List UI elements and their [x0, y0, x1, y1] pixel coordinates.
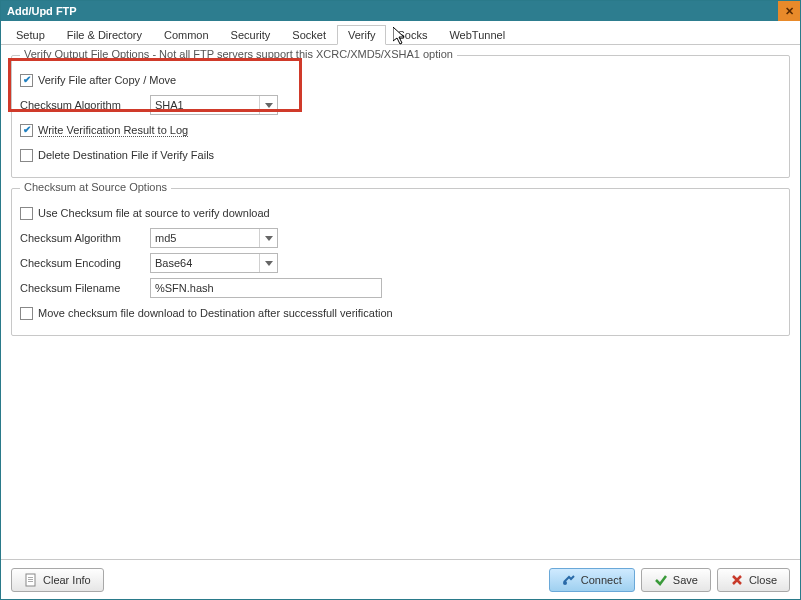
- save-button[interactable]: Save: [641, 568, 711, 592]
- delete-fail-checkbox[interactable]: [20, 149, 33, 162]
- tab-socks[interactable]: Socks: [386, 25, 438, 44]
- footer-bar: Clear Info Connect Save Close: [1, 559, 800, 599]
- checksum-encoding-label: Checksum Encoding: [20, 257, 150, 269]
- checksum-algo-combo-2[interactable]: md5: [150, 228, 278, 248]
- checksum-filename-label: Checksum Filename: [20, 282, 150, 294]
- checksum-algo-combo-1[interactable]: SHA1: [150, 95, 278, 115]
- verify-after-checkbox[interactable]: [20, 74, 33, 87]
- tab-common[interactable]: Common: [153, 25, 220, 44]
- clear-info-button[interactable]: Clear Info: [11, 568, 104, 592]
- window-close-button[interactable]: ✕: [778, 1, 800, 21]
- svg-rect-1: [28, 577, 33, 578]
- window-title: Add/Upd FTP: [7, 5, 77, 17]
- tab-webtunnel[interactable]: WebTunnel: [438, 25, 516, 44]
- document-icon: [24, 573, 38, 587]
- chevron-down-icon[interactable]: [259, 96, 277, 114]
- tab-security[interactable]: Security: [220, 25, 282, 44]
- checksum-encoding-combo[interactable]: Base64: [150, 253, 278, 273]
- svg-point-4: [563, 581, 567, 585]
- connect-label: Connect: [581, 574, 622, 586]
- tab-file-directory[interactable]: File & Directory: [56, 25, 153, 44]
- tab-body: Verify Output File Options - Not all FTP…: [1, 45, 800, 336]
- chevron-down-icon[interactable]: [259, 254, 277, 272]
- checksum-algo-label-2: Checksum Algorithm: [20, 232, 150, 244]
- content-area: Setup File & Directory Common Security S…: [1, 21, 800, 599]
- use-checksum-checkbox[interactable]: [20, 207, 33, 220]
- checksum-filename-input[interactable]: [150, 278, 382, 298]
- check-icon: [654, 573, 668, 587]
- checksum-source-legend: Checksum at Source Options: [20, 181, 171, 193]
- close-icon: ✕: [785, 5, 794, 18]
- use-checksum-label: Use Checksum file at source to verify do…: [38, 207, 270, 219]
- svg-rect-2: [28, 579, 33, 580]
- delete-fail-label: Delete Destination File if Verify Fails: [38, 149, 214, 161]
- move-checksum-label: Move checksum file download to Destinati…: [38, 307, 393, 319]
- checksum-algo-label-1: Checksum Algorithm: [20, 99, 150, 111]
- tab-socket[interactable]: Socket: [281, 25, 337, 44]
- tab-bar: Setup File & Directory Common Security S…: [1, 21, 800, 45]
- checksum-algo-value-2: md5: [151, 232, 259, 244]
- chevron-down-icon[interactable]: [259, 229, 277, 247]
- move-checksum-checkbox[interactable]: [20, 307, 33, 320]
- titlebar: Add/Upd FTP ✕: [1, 1, 800, 21]
- write-log-checkbox[interactable]: [20, 124, 33, 137]
- tab-setup[interactable]: Setup: [5, 25, 56, 44]
- connect-icon: [562, 573, 576, 587]
- write-log-label: Write Verification Result to Log: [38, 124, 188, 137]
- clear-info-label: Clear Info: [43, 574, 91, 586]
- tab-verify[interactable]: Verify: [337, 25, 387, 45]
- dialog-window: Add/Upd FTP ✕ Setup File & Directory Com…: [0, 0, 801, 600]
- verify-after-label: Verify File after Copy / Move: [38, 74, 176, 86]
- connect-button[interactable]: Connect: [549, 568, 635, 592]
- save-label: Save: [673, 574, 698, 586]
- checksum-encoding-value: Base64: [151, 257, 259, 269]
- verify-output-legend: Verify Output File Options - Not all FTP…: [20, 48, 457, 60]
- close-label: Close: [749, 574, 777, 586]
- checksum-algo-value-1: SHA1: [151, 99, 259, 111]
- close-button[interactable]: Close: [717, 568, 790, 592]
- svg-rect-3: [28, 581, 33, 582]
- checksum-source-group: Checksum at Source Options Use Checksum …: [11, 188, 790, 336]
- verify-output-group: Verify Output File Options - Not all FTP…: [11, 55, 790, 178]
- close-icon: [730, 573, 744, 587]
